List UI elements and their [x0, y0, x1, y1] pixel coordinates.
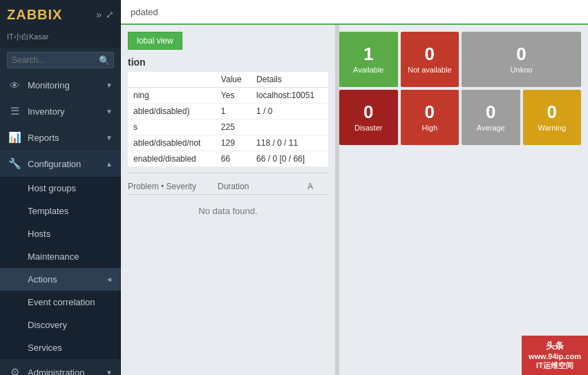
tile-high-num: 0: [425, 103, 435, 121]
col-label: [128, 72, 216, 88]
inventory-label: Inventory: [28, 106, 99, 117]
tile-high-label: High: [421, 124, 437, 132]
tile-average-num: 0: [486, 103, 495, 121]
table-row: ning Yes localhost:10051: [128, 88, 328, 104]
inventory-arrow: ▼: [106, 108, 113, 115]
row-details-2: 1 / 0: [251, 104, 328, 119]
problems-header: Problem • Severity Duration A: [128, 179, 328, 195]
tile-not-available-num: 0: [425, 45, 435, 63]
row-label-4: abled/disabled/not: [128, 135, 216, 151]
row-value-4: 129: [216, 135, 251, 151]
tile-warning-num: 0: [547, 103, 557, 121]
severity-tiles: 0 Disaster 0 High 0 Average 0 Warning: [339, 90, 581, 145]
configuration-label: Configuration: [28, 159, 99, 169]
administration-label: Administration: [28, 367, 99, 376]
expand-icon[interactable]: ⤢: [106, 9, 114, 20]
sidebar-header-icons: » ⤢: [96, 9, 114, 20]
tile-unknown: 0 Unkno: [462, 32, 581, 87]
tile-available-label: Available: [353, 66, 383, 74]
col-details: Details: [251, 72, 328, 88]
row-details-1: localhost:10051: [251, 88, 328, 104]
tab-global-view[interactable]: lobal view: [128, 32, 182, 50]
sidebar-item-services[interactable]: Services: [0, 336, 121, 359]
sidebar-user: IT小白Kasar: [0, 29, 121, 48]
collapse-icon[interactable]: »: [96, 9, 102, 20]
tab-bar: lobal view: [128, 32, 328, 50]
reports-arrow: ▼: [106, 134, 113, 142]
monitoring-icon: 👁: [8, 79, 21, 91]
search-wrap: 🔍: [7, 52, 114, 68]
tile-disaster-label: Disaster: [354, 124, 382, 132]
main-left-panel: lobal view tion Value Details ning Yes: [121, 25, 335, 375]
row-details-4: 118 / 0 / 11: [251, 135, 328, 151]
sidebar-item-event-correlation[interactable]: Event correlation: [0, 291, 121, 314]
tile-unknown-label: Unkno: [511, 66, 533, 74]
main-right-panel: 1 Available 0 Not available 0 Unkno 0 Di…: [339, 25, 588, 375]
row-details-3: [251, 119, 328, 135]
configuration-arrow: ▲: [106, 160, 113, 168]
reports-icon: 📊: [8, 131, 21, 144]
monitoring-label: Monitoring: [28, 80, 99, 90]
configuration-submenu: Host groups Templates Hosts Maintenance …: [0, 177, 121, 359]
administration-icon: ⚙: [8, 366, 21, 375]
sidebar-item-inventory[interactable]: ☰ Inventory ▼: [0, 98, 121, 124]
row-value-5: 66: [216, 151, 251, 167]
sidebar: ZABBIX » ⤢ IT小白Kasar 🔍 👁 Monitoring ▼ ☰ …: [0, 0, 121, 375]
actions-label: Actions: [28, 274, 57, 285]
main-content: lobal view tion Value Details ning Yes: [121, 25, 588, 375]
monitoring-arrow: ▼: [106, 81, 113, 89]
tile-available-num: 1: [363, 45, 373, 63]
sidebar-header: ZABBIX » ⤢: [0, 0, 121, 29]
tile-disaster: 0 Disaster: [339, 90, 398, 145]
row-label-3: s: [128, 119, 216, 135]
sidebar-nav: 👁 Monitoring ▼ ☰ Inventory ▼ 📊 Reports ▼…: [0, 73, 121, 375]
table-row: enabled/disabled 66 66 / 0 [0 / 66]: [128, 151, 328, 167]
sidebar-item-reports[interactable]: 📊 Reports ▼: [0, 124, 121, 151]
sidebar-item-administration[interactable]: ⚙ Administration ▼: [0, 359, 121, 375]
sidebar-item-host-groups[interactable]: Host groups: [0, 177, 121, 200]
row-value-1: Yes: [216, 88, 251, 104]
sidebar-item-actions[interactable]: Actions ◄: [0, 268, 121, 291]
table-row: abled/disabled/not 129 118 / 0 / 11: [128, 135, 328, 151]
problems-col-a: A: [307, 182, 328, 191]
sidebar-item-actions-container: Actions ◄ Trigger actions Discovery acti…: [0, 268, 121, 291]
sidebar-item-discovery[interactable]: Discovery: [0, 314, 121, 336]
row-label-1: ning: [128, 88, 216, 104]
tile-warning: 0 Warning: [523, 90, 582, 145]
info-table: Value Details ning Yes localhost:10051 a…: [128, 72, 328, 167]
reports-label: Reports: [28, 133, 99, 143]
tile-high: 0 High: [401, 90, 459, 145]
tile-warning-label: Warning: [538, 124, 566, 132]
sidebar-item-templates[interactable]: Templates: [0, 200, 121, 222]
divider: [128, 173, 328, 173]
tile-not-available: 0 Not available: [401, 32, 459, 87]
main-content-area: pdated lobal view tion Value Details: [121, 0, 588, 375]
tile-average: 0 Average: [462, 90, 520, 145]
sidebar-item-monitoring[interactable]: 👁 Monitoring ▼: [0, 73, 121, 98]
availability-top-tiles: 1 Available 0 Not available 0 Unkno: [339, 32, 581, 87]
sidebar-item-configuration[interactable]: 🔧 Configuration ▲: [0, 151, 121, 177]
tile-not-available-label: Not available: [408, 66, 452, 74]
sidebar-item-maintenance[interactable]: Maintenance: [0, 245, 121, 268]
row-details-5: 66 / 0 [0 / 66]: [251, 151, 328, 167]
no-data-message: No data found.: [128, 195, 328, 227]
section-title: tion: [128, 57, 328, 68]
search-icon: 🔍: [99, 55, 110, 66]
row-value-3: 225: [216, 119, 251, 135]
problems-col-duration: Duration: [218, 182, 307, 191]
topbar: pdated: [121, 0, 588, 25]
row-value-2: 1: [216, 104, 251, 119]
topbar-text: pdated: [131, 7, 158, 17]
tile-disaster-num: 0: [363, 103, 373, 121]
inventory-icon: ☰: [8, 105, 21, 117]
table-row: s 225: [128, 119, 328, 135]
configuration-icon: 🔧: [8, 157, 21, 170]
search-input[interactable]: [7, 52, 114, 68]
sidebar-search-container: 🔍: [0, 48, 121, 73]
row-label-2: abled/disabled): [128, 104, 216, 119]
tile-available: 1 Available: [339, 32, 398, 87]
administration-arrow: ▼: [106, 369, 113, 376]
actions-submenu-arrow: ◄: [106, 276, 113, 283]
tile-average-label: Average: [477, 124, 505, 132]
sidebar-item-hosts[interactable]: Hosts: [0, 222, 121, 245]
